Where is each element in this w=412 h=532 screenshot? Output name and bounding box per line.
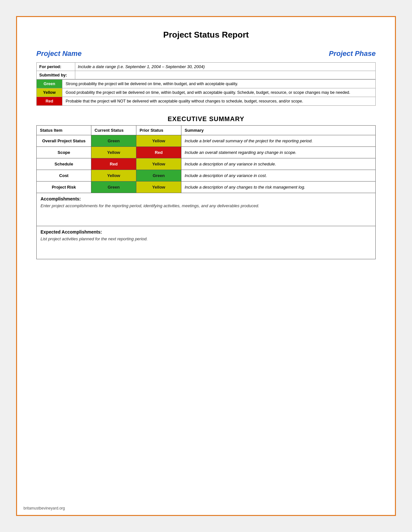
summary-scope: Include an overall statement regarding a… <box>181 147 376 158</box>
current-status-schedule: Red <box>91 158 136 170</box>
col-status-item: Status Item <box>37 126 91 135</box>
info-table: For period: Include a date range (i.e. S… <box>36 62 376 79</box>
executive-summary-title: EXECUTIVE SUMMARY <box>36 115 376 123</box>
prior-status-scope: Red <box>136 147 181 158</box>
prior-status-schedule: Yellow <box>136 158 181 170</box>
legend-table: GreenStrong probability the project will… <box>36 79 376 106</box>
project-header: Project Name Project Phase <box>36 49 376 58</box>
col-prior-status: Prior Status <box>136 126 181 135</box>
current-status-cost: Yellow <box>91 170 136 182</box>
legend-description-yellow: Good probability the project will be del… <box>62 88 376 97</box>
current-status-scope: Yellow <box>91 147 136 158</box>
expected-accomplishments-title: Expected Accomplishments: <box>41 229 371 235</box>
current-status-project-risk: Green <box>91 182 136 193</box>
project-phase-label: Project Phase <box>329 49 376 58</box>
status-item-cost: Cost <box>37 170 91 182</box>
for-period-value: Include a date range (i.e. September 1, … <box>75 63 376 71</box>
status-item-schedule: Schedule <box>37 158 91 170</box>
summary-project-risk: Include a description of any changes to … <box>181 182 376 193</box>
summary-schedule: Include a description of any variance in… <box>181 158 376 170</box>
prior-status-cost: Green <box>136 170 181 182</box>
legend-color-green: Green <box>37 80 62 88</box>
summary-overall-project-status: Include a brief overall summary of the p… <box>181 135 376 147</box>
accomplishments-section: Accomplishments: Enter project accomplis… <box>36 193 376 226</box>
footer-text: britamustbevineyard.org <box>23 506 65 510</box>
executive-summary-table: Status Item Current Status Prior Status … <box>36 125 376 193</box>
legend-description-red: Probable that the project will NOT be de… <box>62 97 376 106</box>
project-name-label: Project Name <box>36 49 82 58</box>
legend-color-red: Red <box>37 97 62 106</box>
status-item-scope: Scope <box>37 147 91 158</box>
legend-description-green: Strong probability the project will be d… <box>62 80 376 88</box>
expected-accomplishments-text: List project activities planned for the … <box>41 236 371 256</box>
submitted-by-label: Submitted by: <box>37 71 75 79</box>
accomplishments-text: Enter project accomplishments for the re… <box>41 203 371 223</box>
current-status-overall-project-status: Green <box>91 135 136 147</box>
col-current-status: Current Status <box>91 126 136 135</box>
for-period-label: For period: <box>37 63 75 71</box>
submitted-by-value <box>75 71 376 79</box>
status-item-project-risk: Project Risk <box>37 182 91 193</box>
summary-cost: Include a description of any variance in… <box>181 170 376 182</box>
legend-color-yellow: Yellow <box>37 88 62 97</box>
page: Project Status Report Project Name Proje… <box>16 16 396 516</box>
prior-status-project-risk: Yellow <box>136 182 181 193</box>
expected-accomplishments-section: Expected Accomplishments: List project a… <box>36 226 376 259</box>
col-summary: Summary <box>181 126 376 135</box>
page-title: Project Status Report <box>36 30 376 40</box>
status-item-overall-project-status: Overall Project Status <box>37 135 91 147</box>
prior-status-overall-project-status: Yellow <box>136 135 181 147</box>
accomplishments-title: Accomplishments: <box>41 196 371 201</box>
